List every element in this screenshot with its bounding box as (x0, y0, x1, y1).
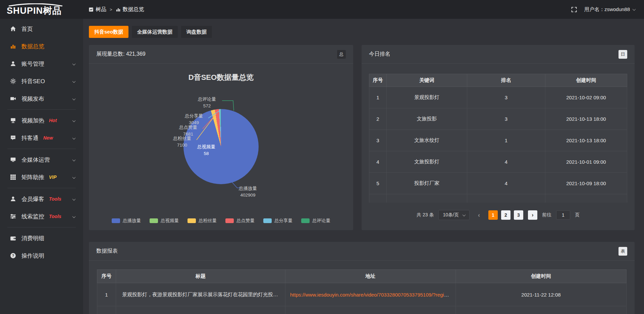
sidebar-item[interactable]: 矩阵助推 VIP (0, 168, 83, 186)
report-table: 序号标题地址创建时间 1景观投影灯，夜游景观投影灯厂家展示展示落花灯在花园里的灯… (97, 269, 627, 314)
column-header: 创建时间 (545, 74, 627, 87)
sidebar-item[interactable]: 抖音SEO (0, 72, 83, 90)
chevron-down-icon (633, 7, 636, 11)
chevron-down-icon (73, 213, 75, 220)
page-size-select[interactable]: 10条/页 (438, 210, 469, 220)
sidebar-item[interactable]: ? 操作说明 (0, 247, 83, 264)
rank-table-body: 1景观投影灯32021-10-02 09:002文旅投影32021-10-13 … (369, 87, 627, 203)
table-cell: 景观投影灯 (387, 87, 467, 108)
logo-text: SHUPIN树品 (7, 6, 83, 15)
report-table-body: 1景观投影灯，夜游景观投影灯厂家展示展示落花灯在花园里的灯光投影应用效果 #ht… (97, 283, 627, 314)
fullscreen-icon[interactable] (571, 7, 577, 12)
goto-page-input[interactable] (556, 210, 570, 220)
sidebar-item[interactable]: 抖客通 New (0, 129, 83, 147)
sidebar-divider (7, 109, 76, 110)
sidebar-item[interactable]: 会员爆客 Tools (0, 190, 83, 208)
gear-icon (10, 78, 16, 84)
table-cell: 3 (369, 130, 387, 151)
table-cell: 1 (97, 283, 116, 306)
pie-chart-area: D音SEO数据量总览 总评论量572 总分享量3049 总点赞量7681 (89, 64, 353, 230)
sidebar-item[interactable]: 数据总览 (0, 38, 83, 55)
report-card-header: 数据报表 表 (89, 242, 635, 261)
rank-card-title: 今日排名 (369, 51, 390, 58)
sidebar-item[interactable]: 线索监控 Tools (0, 208, 83, 225)
legend-item[interactable]: 总点赞量 (225, 218, 255, 224)
legend-item[interactable]: 总视频量 (150, 218, 179, 224)
legend-label: 总评论量 (312, 218, 330, 224)
breadcrumb-item-current[interactable]: 数据总览 (116, 6, 144, 13)
report-icon (89, 7, 94, 12)
sidebar-divider (7, 149, 76, 149)
chart-legend: 总播放量总视频量总粉丝量总点赞量总分享量总评论量 (89, 218, 353, 224)
chevron-down-icon (73, 156, 75, 163)
legend-item[interactable]: 总粉丝量 (187, 218, 217, 224)
breadcrumb-item-home[interactable]: 树品 (89, 6, 106, 13)
page-button[interactable]: 1 (488, 210, 498, 220)
page-button[interactable]: 3 (514, 210, 523, 220)
username-label: 用户名：zswodun88 (584, 6, 630, 13)
column-header: 关键词 (387, 74, 467, 87)
next-page-button[interactable]: › (528, 210, 537, 220)
sidebar-item-label: 账号管理 (21, 60, 44, 68)
tab[interactable]: 询盘数据 (181, 26, 212, 38)
wallet-icon (10, 235, 16, 241)
bar-chart-icon (10, 43, 16, 49)
chevron-down-icon (73, 117, 75, 124)
sidebar-item-label: 会员爆客 (21, 195, 44, 203)
table-cell: 2 (369, 108, 387, 130)
tabs: 抖音seo数据全媒体运营数据询盘数据 (89, 26, 635, 38)
sidebar-divider (7, 227, 76, 227)
total-view-button[interactable]: 总 (337, 50, 346, 59)
legend-item[interactable]: 总分享量 (263, 218, 292, 224)
sidebar-item[interactable]: 账号管理 (0, 55, 83, 72)
column-header: 地址 (285, 270, 456, 283)
user-icon (10, 61, 16, 67)
seo-total-label: 展现量总数: 421,369 (96, 51, 146, 58)
sidebar-item-label: 首页 (21, 25, 33, 33)
chevron-down-icon (73, 78, 75, 85)
video-url-link[interactable]: https://www.iesdouyin.com/share/video/70… (290, 292, 452, 298)
chevron-down-icon (73, 135, 75, 141)
column-header: 标题 (116, 270, 285, 283)
tab[interactable]: 全媒体运营数据 (132, 26, 178, 38)
sidebar-item[interactable]: 视频加热 Hot (0, 112, 83, 129)
sidebar-item[interactable]: 消费明细 (0, 229, 83, 247)
table-row (97, 306, 627, 314)
chevron-down-icon (73, 95, 75, 102)
table-cell: 2021-10-02 09:00 (545, 87, 627, 108)
legend-swatch (150, 218, 158, 223)
table-cell: https://www.iesdouyin.com/share/video/70… (285, 283, 456, 306)
sidebar-item[interactable]: 全媒体运营 (0, 151, 83, 168)
sidebar-item-label: 线索监控 (21, 213, 44, 220)
chevron-down-icon (462, 213, 466, 216)
sidebar-item[interactable]: 首页 (0, 20, 83, 38)
table-cell: 投影灯厂家 (387, 173, 467, 194)
seo-data-card: 展现量总数: 421,369 总 D音SEO数据量总览 总评论量572 总分享量… (89, 45, 353, 230)
sidebar-item-badge: Tools (49, 214, 61, 219)
screen-icon (10, 117, 16, 123)
sidebar-item-label: 抖音SEO (21, 77, 45, 85)
table-cell: 2021-10-01 09:00 (545, 151, 627, 173)
table-view-button[interactable]: 表 (619, 247, 627, 256)
sidebar-item-badge: New (43, 135, 53, 141)
legend-item[interactable]: 总评论量 (301, 218, 330, 224)
table-cell: 4 (467, 151, 545, 173)
pie-label-videos: 总视频量58 (188, 144, 225, 157)
daily-view-button[interactable]: 日 (619, 50, 627, 59)
main-content: 抖音seo数据全媒体运营数据询盘数据 展现量总数: 421,369 总 D音SE… (83, 19, 644, 314)
sidebar-item[interactable]: 视频发布 (0, 90, 83, 107)
legend-swatch (112, 218, 120, 223)
tab[interactable]: 抖音seo数据 (89, 26, 128, 38)
page-button[interactable]: 2 (501, 210, 511, 220)
user-menu[interactable]: 用户名：zswodun88 (584, 6, 635, 13)
prev-page-button[interactable]: ‹ (474, 210, 484, 220)
sidebar-menu: 首页 数据总览 账号管理 抖音SEO 视频发布 视频加热 Hot 抖客通 New (0, 20, 83, 264)
sidebar-item-badge: VIP (49, 174, 57, 180)
report-table-header-row: 序号标题地址创建时间 (97, 270, 627, 283)
video-camera-icon (10, 96, 16, 102)
rank-table: 序号关键词排名创建时间 1景观投影灯32021-10-02 09:002文旅投影… (369, 74, 627, 203)
app-logo[interactable]: SHUPIN树品 (0, 3, 83, 15)
table-row: 3文旅水纹灯12021-10-13 18:00 (369, 130, 627, 151)
sidebar-item-label: 数据总览 (21, 43, 44, 50)
legend-item[interactable]: 总播放量 (112, 218, 141, 224)
